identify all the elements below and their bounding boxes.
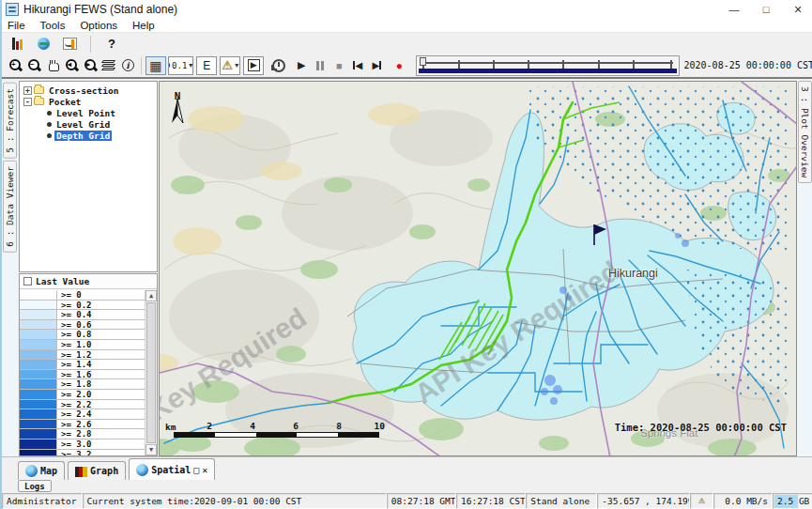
minimize-button[interactable]: — <box>718 0 750 19</box>
menu-item[interactable]: Help <box>132 20 155 31</box>
legend-color-swatch <box>20 420 57 429</box>
zoom-previous-button[interactable]: ◂ <box>62 55 81 75</box>
legend-row[interactable]: >= 1.6 <box>20 370 145 380</box>
tree-node-icon <box>47 122 52 127</box>
legend-row-label: >= 1.2 <box>57 350 92 360</box>
legend-color-swatch <box>20 440 57 449</box>
legend-row[interactable]: >= 2.0 <box>20 390 145 400</box>
legend-row[interactable]: >= 1.2 <box>20 350 145 361</box>
maximize-button[interactable]: □ <box>750 0 782 19</box>
zoom-next-button[interactable]: ▸ <box>81 55 100 75</box>
database-button[interactable] <box>8 34 26 54</box>
legend-row[interactable]: >= 2.4 <box>20 409 145 420</box>
bottom-tab[interactable]: Map <box>18 461 65 480</box>
legend-row[interactable]: >= 3.0 <box>20 440 145 450</box>
tree-item[interactable]: Depth Grid <box>35 130 157 141</box>
side-tab[interactable]: 5 : Forecast <box>3 83 17 159</box>
pan-button[interactable] <box>43 55 62 75</box>
tree-item-label[interactable]: Pocket <box>47 97 83 107</box>
tree-item-label[interactable]: Level Grid <box>54 119 112 130</box>
opacity-dropdown[interactable]: 0.1 ▾ <box>168 56 193 75</box>
tree-item-label[interactable]: Depth Grid <box>54 131 112 141</box>
legend-row[interactable]: >= 0.2 <box>20 301 145 311</box>
legend-row[interactable]: >= 2.6 <box>20 420 145 430</box>
legend-row[interactable]: >= 0.4 <box>20 310 145 320</box>
scroll-down-icon[interactable]: ▼ <box>146 444 157 455</box>
thresholds-dropdown[interactable]: ⚠ ▾ <box>220 56 240 75</box>
record-button[interactable]: ● <box>390 55 408 75</box>
legend-row[interactable]: >= 1.8 <box>20 379 145 390</box>
pan-hand-icon <box>47 59 59 71</box>
menu-item[interactable]: Tools <box>40 20 66 31</box>
legend-color-swatch <box>20 330 57 339</box>
tree-item-label[interactable]: Level Point <box>54 108 117 118</box>
zoom-out-button[interactable]: − <box>24 55 43 75</box>
time-slider[interactable] <box>416 55 679 76</box>
info-button[interactable]: i <box>118 55 137 75</box>
town-label: Hikurangi <box>608 267 658 280</box>
legend-row[interactable]: >= 2.8 <box>20 429 145 440</box>
help-button[interactable]: ? <box>102 34 121 54</box>
legend-row[interactable]: >= 0 <box>20 290 145 301</box>
legend-row[interactable]: >= 1.0 <box>20 340 145 350</box>
tree-item-label[interactable]: Cross-section <box>47 85 120 96</box>
tab-maximize-icon[interactable]: □ <box>193 465 199 475</box>
status-mode: Stand alone <box>526 493 597 509</box>
zoom-in-button[interactable]: + <box>6 55 24 75</box>
side-tab[interactable]: 6 : Data Viewer <box>3 161 17 253</box>
go-last-button[interactable]: ▶ <box>367 55 386 75</box>
legend-row[interactable]: >= 0.8 <box>20 330 145 340</box>
legend-color-swatch <box>20 360 57 369</box>
tree-item[interactable]: + Cross-section <box>23 85 157 96</box>
legend-row-label: >= 1.8 <box>57 379 92 389</box>
tab-close-icon[interactable]: ✕ <box>202 465 207 475</box>
menu-item[interactable]: Options <box>80 20 117 31</box>
bottom-tab[interactable]: Spatial □ ✕ <box>129 458 215 480</box>
menu-item[interactable]: File <box>8 20 25 31</box>
legend-row-label: >= 3.0 <box>57 440 92 449</box>
legend-row[interactable]: >= 3.2 <box>20 450 145 456</box>
side-tab[interactable]: 3 : Plot Overview <box>798 81 812 183</box>
tree-item[interactable]: Level Grid <box>35 118 157 130</box>
pause-button[interactable] <box>311 55 329 75</box>
scroll-up-icon[interactable]: ▲ <box>146 290 157 301</box>
map-view-button[interactable] <box>34 34 53 54</box>
legend-toggle-button[interactable]: E <box>196 56 217 75</box>
logs-row: Logs <box>2 480 812 493</box>
tree-item[interactable]: Level Point <box>35 107 157 118</box>
north-label: N <box>175 90 181 102</box>
layers-button[interactable] <box>100 55 118 75</box>
play-button[interactable]: ▶ <box>292 55 311 75</box>
tab-icon <box>136 464 148 476</box>
tree-item[interactable]: - Pocket <box>23 96 157 107</box>
time-slider-range-bar <box>419 69 676 73</box>
legend-row[interactable]: >= 2.2 <box>20 400 145 410</box>
layer-tree: + Cross-section - Pocket Level Point <box>19 81 158 272</box>
main-area: 5 : Forecast6 : Data Viewer + Cross-sect… <box>2 81 812 456</box>
stop-button[interactable]: ■ <box>329 55 348 75</box>
bottom-tab[interactable]: Graph <box>68 461 126 480</box>
map-view[interactable]: API Key Required API Key Required N Hiku… <box>159 81 797 456</box>
database-icon <box>12 38 23 50</box>
legend-row[interactable]: >= 0.6 <box>20 320 145 331</box>
animation-export-button[interactable]: ▶ <box>243 56 264 75</box>
tree-toggle-icon[interactable]: + <box>23 86 32 95</box>
time-slider-thumb[interactable] <box>420 57 426 66</box>
bottom-tab-bar: Map Graph Spatial □ ✕ <box>2 456 812 480</box>
tree-toggle-icon[interactable]: - <box>23 98 32 106</box>
status-memory-gauge[interactable]: 2.5 GB <box>773 493 812 509</box>
last-value-checkbox[interactable] <box>23 277 32 285</box>
status-alerts[interactable]: ⚠ <box>690 493 713 509</box>
import-chart-button[interactable] <box>60 34 79 54</box>
grid-toggle-button[interactable]: ▦ <box>146 56 166 75</box>
legend-scrollbar[interactable]: ▲ ▼ <box>145 290 157 455</box>
close-button[interactable]: ✕ <box>782 0 812 19</box>
legend-row[interactable]: >= 1.4 <box>20 360 145 370</box>
chart-import-icon <box>63 38 77 50</box>
animation-settings-button[interactable] <box>269 55 288 75</box>
scrollbar-thumb[interactable] <box>146 302 156 443</box>
legend-row-label: >= 3.2 <box>57 450 92 456</box>
go-first-button[interactable]: ◀ <box>348 55 367 75</box>
logs-button[interactable]: Logs <box>18 480 52 492</box>
legend-row-label: >= 2.2 <box>57 400 92 409</box>
